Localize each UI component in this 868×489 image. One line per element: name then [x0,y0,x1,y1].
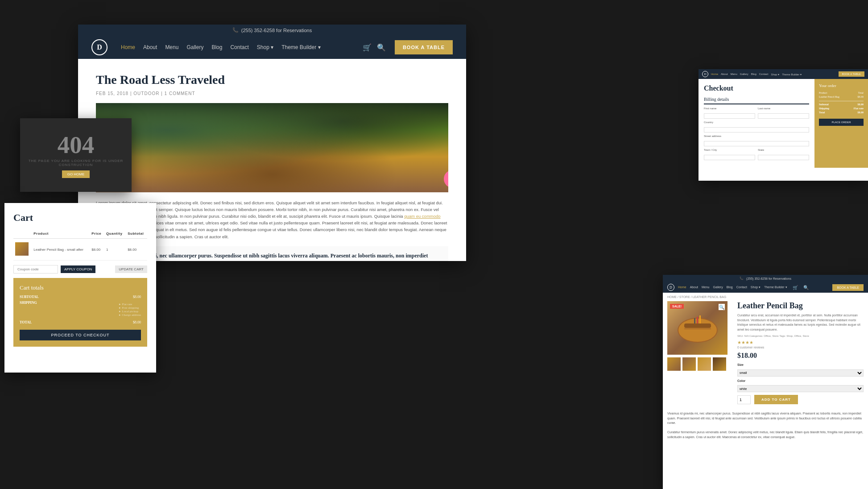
place-order-button[interactable]: PLACE ORDER [819,119,864,126]
shipping-option[interactable]: ▸ Charge address [119,313,141,317]
product-thumb-2[interactable] [682,357,696,371]
checkout-right: Your order Product Total Leather Pencil … [814,79,868,168]
checkout-nav-logo: D [702,71,708,77]
coupon-input[interactable] [13,265,58,274]
quantity-input[interactable] [737,395,751,404]
product-thumb-3[interactable] [698,357,711,371]
subtotal-row: SUBTOTAL $8.00 [20,295,141,299]
checkout-nav-about[interactable]: About [721,73,728,76]
order-item-row: Leather Pencil Bag $8.00 [819,95,864,98]
nav-link-blog[interactable]: Blog [211,44,222,50]
name-row: First name Last name [704,107,809,121]
nav-link-home[interactable]: Home [121,44,135,50]
cart-table: Product Price Quantity Subtotal Leather … [13,229,147,261]
shipping-option[interactable]: ▸ Local pickup [119,310,141,313]
checkout-nav-links: Home About Menu Gallery Blog Contact Sho… [711,73,802,76]
product-body-text: Vivamus id gravida mi, nec ullamcorper p… [663,407,868,444]
checkout-book-button[interactable]: BOOK A TABLE [839,71,864,77]
state-input[interactable] [758,155,809,160]
order-item-price: $8.00 [858,95,864,98]
city-input[interactable] [704,155,755,160]
size-label: Size [737,363,864,366]
apply-coupon-button[interactable]: APPLY COUPON [61,265,95,273]
shipping-option[interactable]: ▸ Free shipping [119,306,141,310]
street-input[interactable] [704,141,809,146]
checkout-nav-shop[interactable]: Shop ▾ [771,73,779,76]
product-image-svg [671,306,724,350]
product-nav-blog[interactable]: Blog [727,286,733,289]
checkout-nav-menu[interactable]: Menu [731,73,737,76]
order-total-row: Total $8.00 [819,111,864,114]
nav-link-contact[interactable]: Contact [230,44,248,50]
add-to-cart-button[interactable]: ADD TO CART [754,395,798,404]
nav-icons: 🛒 🔍 [363,43,386,52]
shipping-label: SHIPPING [20,301,37,319]
nav-link-about[interactable]: About [143,44,157,50]
error-text: THE PAGE YOU ARE LOOKING FOR IS UNDER CO… [20,159,132,167]
order-subtotal-label: Subtotal [819,103,829,106]
last-name-field: Last name [758,107,809,119]
product-name-cell: Leather Pencil Bag - small after [32,239,90,261]
checkout-nav-home[interactable]: Home [711,73,718,76]
product-nav-shop[interactable]: Shop ▾ [751,286,761,289]
cart-icon[interactable]: 🛒 [363,43,372,52]
order-totals: Subtotal $8.00 Shipping Flat rate Total … [819,101,864,114]
product-body-paragraph-2: Curabitur fermentum purus venenatis amet… [667,430,864,439]
product-price-cell: $8.00 [90,239,104,261]
product-nav-contact[interactable]: Contact [736,286,747,289]
coupon-row: APPLY COUPON UPDATE CART [13,265,147,274]
shipping-row: SHIPPING ▸ Flat rate ▸ Free shipping ▸ L… [20,301,141,319]
order-title: Your order [819,83,864,88]
book-table-button[interactable]: BOOK A TABLE [395,40,453,54]
city-field: Town / City [704,149,755,160]
product-images: SALE! 🔍 [667,301,732,407]
total-row: TOTAL $8.00 [20,320,141,324]
nav-link-theme-builder[interactable]: Theme Builder ▾ [281,44,320,50]
last-name-input[interactable] [758,113,809,119]
product-nav-about[interactable]: About [690,286,698,289]
product-stars: ★★★★ [737,340,864,345]
product-nav-logo: D [667,284,674,291]
cart-page: Cart Product Price Quantity Subtotal Lea… [4,203,156,373]
checkout-content: Checkout Billing details First name Last… [699,79,868,168]
product-main-image: SALE! 🔍 [667,301,727,355]
proceed-to-checkout-button[interactable]: PROCEED TO CHECKOUT [20,330,141,340]
product-search-icon[interactable]: 🔍 [803,285,809,290]
product-nav-menu[interactable]: Menu [702,286,710,289]
go-home-button[interactable]: GO HOME [62,170,90,178]
product-nav-gallery[interactable]: Gallery [713,286,723,289]
size-select[interactable]: small [737,369,864,377]
nav-link-shop[interactable]: Shop ▾ [257,44,273,50]
product-current-price: $18.00 [737,352,757,359]
product-nav-theme[interactable]: Theme Builder ▾ [764,286,787,289]
first-name-input[interactable] [704,113,755,119]
phone-icon: 📞 [232,27,239,33]
checkout-nav-theme[interactable]: Theme Builder ▾ [782,73,802,76]
product-book-button[interactable]: BOOK A TABLE [832,284,864,291]
country-input[interactable] [704,127,809,133]
checkout-nav-gallery[interactable]: Gallery [740,73,748,76]
shipping-option[interactable]: ▸ Flat rate [119,303,141,306]
nav-link-gallery[interactable]: Gallery [186,44,203,50]
product-body-paragraph-1: Vivamus id gravida mi, nec ullamcorper p… [667,411,864,426]
blog-image: ✳ BY KENNY SING [96,103,448,192]
product-thumb-4[interactable] [713,357,726,371]
total-label: TOTAL [20,320,32,324]
checkout-nav-blog[interactable]: Blog [751,73,756,76]
product-thumb-1[interactable] [667,357,681,371]
phone-number: (255) 352-6258 for Reservations [241,28,312,33]
nav-link-menu[interactable]: Menu [165,44,178,50]
blog-title: The Road Less Traveled [96,72,448,87]
update-cart-button[interactable]: UPDATE CART [115,265,147,273]
product-nav-home[interactable]: Home [678,286,686,289]
search-icon[interactable]: 🔍 [377,43,386,52]
product-thumbnail [15,242,29,256]
checkout-nav-contact[interactable]: Contact [759,73,769,76]
product-cart-icon[interactable]: 🛒 [793,285,798,290]
cart-col-price: Price [90,229,104,239]
color-select[interactable]: white [737,385,864,392]
checkout-page: D Home About Menu Gallery Blog Contact S… [699,69,868,181]
first-name-field: First name [704,107,755,119]
order-header-row: Product Total [819,91,864,94]
product-quantity-cell: 1 [104,239,126,261]
